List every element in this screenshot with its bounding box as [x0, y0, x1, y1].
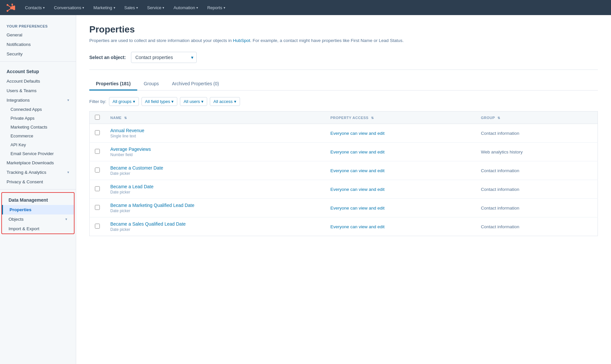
sidebar-item-security[interactable]: Security — [0, 49, 76, 59]
property-group-value: Contact information — [481, 206, 519, 211]
row-access-cell: Everyone can view and edit — [325, 161, 476, 180]
table-row: Average Pageviews Number field Everyone … — [90, 143, 598, 161]
table-row: Became a Sales Qualified Lead Date Date … — [90, 217, 598, 236]
sidebar-item-users-teams[interactable]: Users & Teams — [0, 86, 76, 95]
sidebar-item-properties[interactable]: Properties — [2, 205, 74, 214]
property-access-value: Everyone can view and edit — [330, 131, 384, 136]
col-name: NAME ⇅ — [105, 111, 325, 124]
sidebar-item-ecommerce[interactable]: Ecommerce — [0, 131, 76, 140]
property-type: Single line text — [110, 134, 320, 138]
select-wrapper: Contact properties — [131, 52, 197, 63]
tab-groups[interactable]: Groups — [137, 78, 165, 91]
filter-all-access[interactable]: All access ▾ — [210, 97, 240, 106]
tab-archived[interactable]: Archived Properties (0) — [165, 78, 226, 91]
nav-conversations[interactable]: Conversations ▾ — [50, 3, 88, 13]
filter-all-field-types[interactable]: All field types ▾ — [142, 97, 178, 106]
row-group-cell: Contact information — [476, 217, 598, 236]
property-type: Number field — [110, 152, 320, 157]
property-access-value: Everyone can view and edit — [330, 168, 384, 173]
nav-service[interactable]: Service ▾ — [143, 3, 168, 13]
nav-sales[interactable]: Sales ▾ — [120, 3, 142, 13]
sidebar-item-integrations[interactable]: Integrations ▾ — [0, 95, 76, 105]
sidebar-item-tracking-analytics[interactable]: Tracking & Analytics ▾ — [0, 168, 76, 177]
row-group-cell: Web analytics history — [476, 143, 598, 161]
nav-marketing[interactable]: Marketing ▾ — [89, 3, 119, 13]
table-row: Became a Customer Date Date picker Every… — [90, 161, 598, 180]
sidebar-divider-2 — [0, 189, 76, 190]
sidebar-item-marketing-contacts[interactable]: Marketing Contacts — [0, 123, 76, 131]
sidebar-item-import-export[interactable]: Import & Export — [2, 224, 74, 233]
row-group-cell: Contact information — [476, 161, 598, 180]
nav-automation[interactable]: Automation ▾ — [169, 3, 202, 13]
select-all-checkbox[interactable] — [95, 115, 100, 120]
row-checkbox-3[interactable] — [95, 186, 100, 191]
filter-all-users[interactable]: All users ▾ — [180, 97, 207, 106]
sort-icon-name[interactable]: ⇅ — [124, 116, 127, 120]
property-group-value: Contact information — [481, 187, 519, 192]
property-type: Date picker — [110, 209, 320, 213]
tab-properties[interactable]: Properties (181) — [89, 78, 137, 91]
col-checkbox — [90, 111, 105, 124]
sidebar-section-data-management: Data Management — [2, 193, 74, 205]
chevron-down-icon: ▾ — [201, 99, 204, 104]
select-object-label: Select an object: — [89, 55, 126, 60]
chevron-down-icon: ▾ — [171, 99, 174, 104]
row-group-cell: Contact information — [476, 199, 598, 217]
hubspot-link[interactable]: HubSpot — [233, 38, 251, 43]
row-checkbox-cell — [90, 124, 105, 143]
nav-reports[interactable]: Reports ▾ — [203, 3, 229, 13]
row-checkbox-2[interactable] — [95, 168, 100, 172]
chevron-down-icon: ▾ — [114, 6, 115, 10]
sidebar-item-private-apps[interactable]: Private Apps — [0, 114, 76, 123]
main-content: Properties Properties are used to collec… — [76, 15, 611, 364]
object-select-dropdown[interactable]: Contact properties — [131, 52, 197, 63]
top-navigation: Contacts ▾ Conversations ▾ Marketing ▾ S… — [0, 0, 611, 15]
chevron-down-icon: ▾ — [82, 6, 84, 10]
row-checkbox-0[interactable] — [95, 130, 100, 135]
nav-contacts[interactable]: Contacts ▾ — [21, 3, 49, 13]
property-name-link[interactable]: Became a Lead Date — [110, 184, 320, 189]
data-management-highlighted-section: Data Management Properties Objects ▾ Imp… — [1, 192, 75, 234]
property-name-link[interactable]: Average Pageviews — [110, 147, 320, 152]
row-checkbox-5[interactable] — [95, 224, 100, 229]
sidebar: Your Preferences General Notifications S… — [0, 15, 76, 364]
row-checkbox-1[interactable] — [95, 149, 100, 154]
hubspot-logo[interactable] — [5, 2, 16, 13]
row-checkbox-cell — [90, 180, 105, 199]
sidebar-divider — [0, 61, 76, 62]
sidebar-item-notifications[interactable]: Notifications — [0, 40, 76, 49]
property-access-value: Everyone can view and edit — [330, 206, 384, 211]
chevron-down-icon: ▾ — [65, 217, 67, 221]
filter-all-groups[interactable]: All groups ▾ — [109, 97, 139, 106]
properties-table: NAME ⇅ PROPERTY ACCESS ⇅ GROUP ⇅ — [89, 111, 598, 236]
row-checkbox-4[interactable] — [95, 205, 100, 210]
row-access-cell: Everyone can view and edit — [325, 217, 476, 236]
sidebar-item-email-service-provider[interactable]: Email Service Provider — [0, 149, 76, 158]
property-access-value: Everyone can view and edit — [330, 224, 384, 229]
sidebar-item-general[interactable]: General — [0, 30, 76, 40]
sort-icon-access[interactable]: ⇅ — [371, 116, 374, 120]
app-layout: Your Preferences General Notifications S… — [0, 15, 611, 364]
sidebar-item-account-defaults[interactable]: Account Defaults — [0, 76, 76, 86]
sidebar-item-objects[interactable]: Objects ▾ — [2, 214, 74, 224]
row-name-cell: Average Pageviews Number field — [105, 143, 325, 161]
sidebar-item-privacy-consent[interactable]: Privacy & Consent — [0, 177, 76, 187]
property-name-link[interactable]: Annual Revenue — [110, 128, 320, 133]
chevron-down-icon: ▾ — [136, 6, 138, 10]
row-checkbox-cell — [90, 161, 105, 180]
sort-icon-group[interactable]: ⇅ — [497, 116, 500, 120]
sidebar-item-connected-apps[interactable]: Connected Apps — [0, 105, 76, 114]
property-access-value: Everyone can view and edit — [330, 150, 384, 154]
row-access-cell: Everyone can view and edit — [325, 180, 476, 199]
row-name-cell: Became a Lead Date Date picker — [105, 180, 325, 199]
property-name-link[interactable]: Became a Sales Qualified Lead Date — [110, 221, 320, 227]
row-checkbox-cell — [90, 199, 105, 217]
row-checkbox-cell — [90, 217, 105, 236]
sidebar-item-marketplace-downloads[interactable]: Marketplace Downloads — [0, 158, 76, 168]
property-name-link[interactable]: Became a Customer Date — [110, 165, 320, 171]
property-type: Date picker — [110, 171, 320, 176]
property-name-link[interactable]: Became a Marketing Qualified Lead Date — [110, 203, 320, 208]
property-group-value: Contact information — [481, 224, 519, 229]
sidebar-item-api-key[interactable]: API Key — [0, 140, 76, 149]
property-group-value: Contact information — [481, 168, 519, 173]
